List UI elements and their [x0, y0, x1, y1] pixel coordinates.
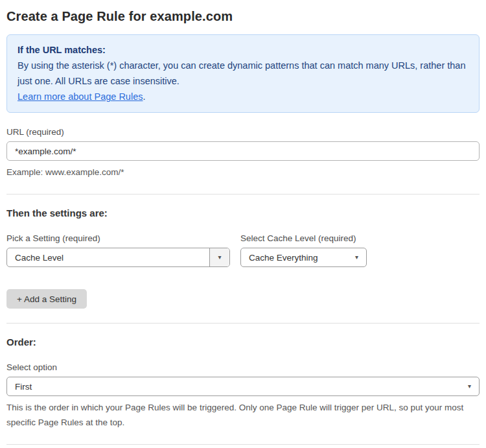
cache-level-label: Select Cache Level (required)	[240, 233, 367, 243]
add-setting-button[interactable]: + Add a Setting	[6, 289, 87, 309]
url-match-info-box: If the URL matches: By using the asteris…	[6, 34, 480, 113]
select-arrow-box: ▾	[209, 248, 229, 266]
cache-level-value: Cache Everything	[241, 253, 355, 263]
chevron-down-icon: ▾	[468, 383, 471, 390]
settings-section-heading: Then the settings are:	[6, 207, 480, 218]
order-select[interactable]: First ▾	[6, 377, 480, 396]
url-helper-text: Example: www.example.com/*	[6, 165, 480, 180]
info-box-link-line: Learn more about Page Rules.	[17, 89, 469, 104]
divider	[6, 323, 480, 324]
order-section-heading: Order:	[6, 336, 480, 348]
url-input[interactable]	[6, 141, 480, 161]
order-helper-text: This is the order in which your Page Rul…	[6, 400, 480, 430]
chevron-down-icon: ▾	[218, 254, 221, 261]
pick-setting-select[interactable]: Cache Level ▾	[6, 248, 230, 267]
order-section: Order: Select option First ▾ This is the…	[6, 336, 480, 430]
add-setting-wrap: + Add a Setting	[6, 289, 480, 309]
chevron-down-icon: ▾	[355, 254, 358, 261]
page-title: Create a Page Rule for example.com	[6, 9, 480, 24]
order-select-value: First	[7, 382, 468, 392]
divider	[6, 194, 480, 195]
pick-setting-group: Pick a Setting (required) Cache Level ▾	[6, 233, 230, 267]
settings-row: Pick a Setting (required) Cache Level ▾ …	[6, 233, 480, 267]
url-label: URL (required)	[6, 127, 480, 137]
order-select-label: Select option	[6, 362, 480, 372]
info-box-heading: If the URL matches:	[17, 42, 469, 58]
cache-level-group: Select Cache Level (required) Cache Ever…	[240, 233, 367, 267]
divider	[6, 444, 480, 445]
pick-setting-label: Pick a Setting (required)	[6, 233, 230, 243]
pick-setting-value: Cache Level	[7, 253, 209, 263]
link-suffix: .	[143, 91, 145, 102]
url-field-group: URL (required) Example: www.example.com/…	[6, 127, 480, 180]
info-box-body: By using the asterisk (*) character, you…	[17, 58, 469, 89]
learn-more-link[interactable]: Learn more about Page Rules	[17, 91, 143, 102]
cache-level-select[interactable]: Cache Everything ▾	[240, 248, 367, 267]
create-page-rule-form: Create a Page Rule for example.com If th…	[0, 0, 486, 448]
